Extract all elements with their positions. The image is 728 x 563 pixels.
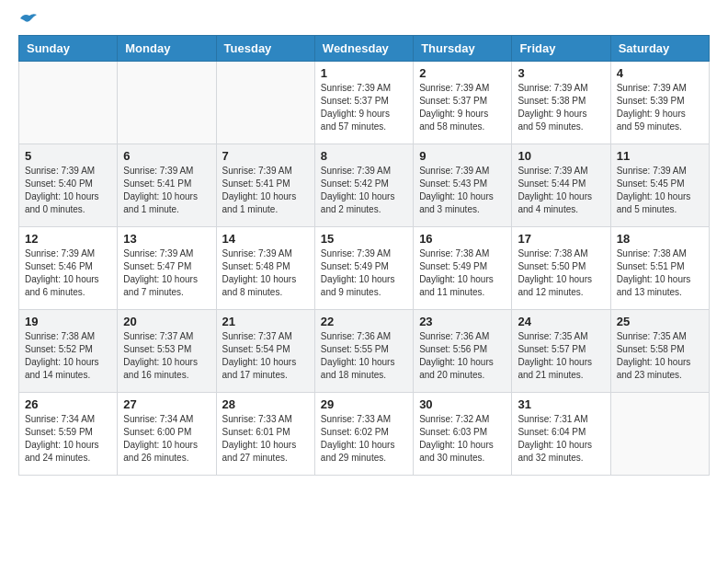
- page-header: [18, 18, 710, 26]
- day-number: 10: [518, 149, 604, 163]
- calendar-cell: 11Sunrise: 7:39 AM Sunset: 5:45 PM Dayli…: [610, 144, 709, 227]
- day-number: 19: [25, 315, 111, 328]
- day-number: 18: [617, 232, 703, 246]
- calendar-week-row: 1Sunrise: 7:39 AM Sunset: 5:37 PM Daylig…: [19, 62, 710, 144]
- calendar-cell: 20Sunrise: 7:37 AM Sunset: 5:53 PM Dayli…: [118, 310, 216, 393]
- day-info: Sunrise: 7:39 AM Sunset: 5:38 PM Dayligh…: [518, 82, 604, 133]
- day-number: 1: [321, 66, 407, 80]
- day-number: 26: [25, 397, 111, 411]
- day-info: Sunrise: 7:39 AM Sunset: 5:40 PM Dayligh…: [25, 165, 111, 216]
- calendar-cell: 18Sunrise: 7:38 AM Sunset: 5:51 PM Dayli…: [610, 227, 709, 310]
- calendar-cell: 5Sunrise: 7:39 AM Sunset: 5:40 PM Daylig…: [19, 144, 118, 227]
- weekday-header-tuesday: Tuesday: [216, 36, 314, 62]
- day-number: 6: [123, 149, 210, 163]
- day-info: Sunrise: 7:34 AM Sunset: 5:59 PM Dayligh…: [25, 413, 111, 465]
- day-info: Sunrise: 7:39 AM Sunset: 5:41 PM Dayligh…: [123, 165, 210, 216]
- calendar-cell: 31Sunrise: 7:31 AM Sunset: 6:04 PM Dayli…: [512, 393, 610, 476]
- calendar-week-row: 12Sunrise: 7:39 AM Sunset: 5:46 PM Dayli…: [19, 227, 710, 310]
- day-number: 29: [321, 397, 407, 411]
- calendar-cell: 23Sunrise: 7:36 AM Sunset: 5:56 PM Dayli…: [414, 310, 512, 393]
- calendar-cell: 19Sunrise: 7:38 AM Sunset: 5:52 PM Dayli…: [19, 310, 118, 393]
- day-info: Sunrise: 7:36 AM Sunset: 5:56 PM Dayligh…: [419, 330, 506, 382]
- day-number: 27: [123, 397, 210, 411]
- calendar-cell: 8Sunrise: 7:39 AM Sunset: 5:42 PM Daylig…: [314, 144, 413, 227]
- day-number: 4: [617, 66, 703, 80]
- calendar-cell: 30Sunrise: 7:32 AM Sunset: 6:03 PM Dayli…: [414, 393, 512, 476]
- day-info: Sunrise: 7:39 AM Sunset: 5:46 PM Dayligh…: [25, 247, 111, 299]
- day-number: 15: [321, 232, 407, 246]
- calendar-cell: [216, 62, 314, 144]
- day-info: Sunrise: 7:34 AM Sunset: 6:00 PM Dayligh…: [123, 413, 210, 465]
- day-info: Sunrise: 7:35 AM Sunset: 5:58 PM Dayligh…: [617, 330, 703, 382]
- day-info: Sunrise: 7:39 AM Sunset: 5:41 PM Dayligh…: [222, 165, 309, 216]
- calendar-cell: 21Sunrise: 7:37 AM Sunset: 5:54 PM Dayli…: [216, 310, 314, 393]
- calendar-cell: 10Sunrise: 7:39 AM Sunset: 5:44 PM Dayli…: [512, 144, 610, 227]
- day-number: 2: [419, 66, 506, 80]
- day-info: Sunrise: 7:33 AM Sunset: 6:01 PM Dayligh…: [222, 413, 309, 465]
- day-number: 20: [123, 315, 210, 328]
- calendar-cell: 12Sunrise: 7:39 AM Sunset: 5:46 PM Dayli…: [19, 227, 118, 310]
- day-number: 7: [222, 149, 309, 163]
- day-info: Sunrise: 7:35 AM Sunset: 5:57 PM Dayligh…: [518, 330, 604, 382]
- day-info: Sunrise: 7:39 AM Sunset: 5:47 PM Dayligh…: [123, 247, 210, 299]
- calendar-cell: 25Sunrise: 7:35 AM Sunset: 5:58 PM Dayli…: [610, 310, 709, 393]
- calendar-cell: 29Sunrise: 7:33 AM Sunset: 6:02 PM Dayli…: [314, 393, 413, 476]
- calendar-cell: 17Sunrise: 7:38 AM Sunset: 5:50 PM Dayli…: [512, 227, 610, 310]
- day-info: Sunrise: 7:38 AM Sunset: 5:52 PM Dayligh…: [25, 330, 111, 382]
- day-info: Sunrise: 7:38 AM Sunset: 5:51 PM Dayligh…: [617, 247, 703, 299]
- day-number: 25: [617, 315, 703, 328]
- weekday-header-wednesday: Wednesday: [314, 36, 413, 62]
- day-info: Sunrise: 7:39 AM Sunset: 5:48 PM Dayligh…: [222, 247, 309, 299]
- calendar-cell: 27Sunrise: 7:34 AM Sunset: 6:00 PM Dayli…: [118, 393, 216, 476]
- day-info: Sunrise: 7:38 AM Sunset: 5:49 PM Dayligh…: [419, 247, 506, 299]
- calendar-cell: 16Sunrise: 7:38 AM Sunset: 5:49 PM Dayli…: [414, 227, 512, 310]
- calendar-cell: 24Sunrise: 7:35 AM Sunset: 5:57 PM Dayli…: [512, 310, 610, 393]
- calendar-cell: 6Sunrise: 7:39 AM Sunset: 5:41 PM Daylig…: [118, 144, 216, 227]
- day-number: 11: [617, 149, 703, 163]
- calendar-cell: 14Sunrise: 7:39 AM Sunset: 5:48 PM Dayli…: [216, 227, 314, 310]
- day-number: 16: [419, 232, 506, 246]
- calendar-cell: [118, 62, 216, 144]
- day-info: Sunrise: 7:39 AM Sunset: 5:45 PM Dayligh…: [617, 165, 703, 216]
- day-info: Sunrise: 7:37 AM Sunset: 5:54 PM Dayligh…: [222, 330, 309, 382]
- weekday-header-sunday: Sunday: [19, 36, 118, 62]
- day-info: Sunrise: 7:31 AM Sunset: 6:04 PM Dayligh…: [518, 413, 604, 465]
- day-info: Sunrise: 7:36 AM Sunset: 5:55 PM Dayligh…: [321, 330, 407, 382]
- calendar-cell: 13Sunrise: 7:39 AM Sunset: 5:47 PM Dayli…: [118, 227, 216, 310]
- day-number: 22: [321, 315, 407, 328]
- day-info: Sunrise: 7:32 AM Sunset: 6:03 PM Dayligh…: [419, 413, 506, 465]
- calendar-header-row: SundayMondayTuesdayWednesdayThursdayFrid…: [19, 36, 710, 62]
- day-info: Sunrise: 7:33 AM Sunset: 6:02 PM Dayligh…: [321, 413, 407, 465]
- day-info: Sunrise: 7:39 AM Sunset: 5:39 PM Dayligh…: [617, 82, 703, 133]
- calendar-cell: 7Sunrise: 7:39 AM Sunset: 5:41 PM Daylig…: [216, 144, 314, 227]
- weekday-header-thursday: Thursday: [414, 36, 512, 62]
- calendar-week-row: 5Sunrise: 7:39 AM Sunset: 5:40 PM Daylig…: [19, 144, 710, 227]
- calendar-cell: 9Sunrise: 7:39 AM Sunset: 5:43 PM Daylig…: [414, 144, 512, 227]
- day-info: Sunrise: 7:39 AM Sunset: 5:43 PM Dayligh…: [419, 165, 506, 216]
- day-number: 17: [518, 232, 604, 246]
- day-number: 31: [518, 397, 604, 411]
- day-number: 8: [321, 149, 407, 163]
- day-number: 30: [419, 397, 506, 411]
- day-number: 3: [518, 66, 604, 80]
- weekday-header-saturday: Saturday: [610, 36, 709, 62]
- day-info: Sunrise: 7:39 AM Sunset: 5:44 PM Dayligh…: [518, 165, 604, 216]
- day-info: Sunrise: 7:39 AM Sunset: 5:37 PM Dayligh…: [321, 82, 407, 133]
- calendar: SundayMondayTuesdayWednesdayThursdayFrid…: [18, 35, 710, 476]
- calendar-cell: 1Sunrise: 7:39 AM Sunset: 5:37 PM Daylig…: [314, 62, 413, 144]
- day-number: 14: [222, 232, 309, 246]
- calendar-cell: 22Sunrise: 7:36 AM Sunset: 5:55 PM Dayli…: [314, 310, 413, 393]
- calendar-cell: 26Sunrise: 7:34 AM Sunset: 5:59 PM Dayli…: [19, 393, 118, 476]
- calendar-week-row: 19Sunrise: 7:38 AM Sunset: 5:52 PM Dayli…: [19, 310, 710, 393]
- day-info: Sunrise: 7:37 AM Sunset: 5:53 PM Dayligh…: [123, 330, 210, 382]
- calendar-cell: 4Sunrise: 7:39 AM Sunset: 5:39 PM Daylig…: [610, 62, 709, 144]
- day-number: 24: [518, 315, 604, 328]
- calendar-cell: [610, 393, 709, 476]
- bird-icon: [18, 11, 39, 26]
- logo: [18, 18, 39, 26]
- calendar-cell: [19, 62, 118, 144]
- weekday-header-friday: Friday: [512, 36, 610, 62]
- calendar-week-row: 26Sunrise: 7:34 AM Sunset: 5:59 PM Dayli…: [19, 393, 710, 476]
- day-number: 9: [419, 149, 506, 163]
- day-number: 13: [123, 232, 210, 246]
